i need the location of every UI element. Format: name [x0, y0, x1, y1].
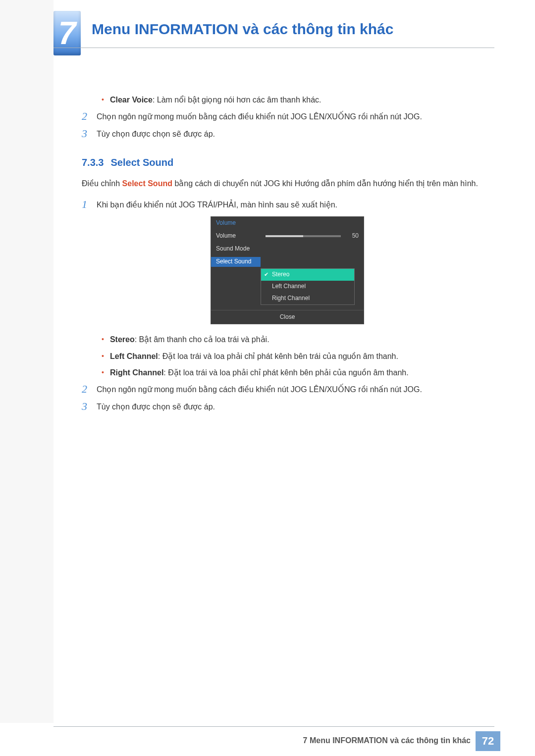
osd-figure: Volume Volume 50 Sound Mode [82, 216, 493, 324]
intro-bold: Select Sound [122, 179, 172, 188]
osd-option-stereo[interactable]: Stereo [261, 269, 354, 281]
bullet-right-channel: • Right Channel: Đặt loa trái và loa phả… [102, 366, 493, 379]
footer-text: 7 Menu INFORMATION và các thông tin khác [303, 736, 471, 745]
intro-post: bằng cách di chuyển nút JOG khi Hướng dẫ… [172, 179, 478, 188]
step-number: 3 [82, 128, 97, 141]
osd-option-right[interactable]: Right Channel [261, 293, 354, 304]
bullet-clear-voice: • Clear Voice: Làm nổi bật giọng nói hơn… [102, 94, 493, 106]
osd-title: Volume [211, 218, 261, 228]
step-number: 2 [82, 110, 97, 123]
section-title: Select Sound [110, 157, 173, 168]
bullet-dot-icon: • [102, 366, 104, 379]
bullet-text: Left Channel: Đặt loa trái và loa phải c… [110, 350, 398, 363]
section-heading: 7.3.3Select Sound [82, 154, 493, 170]
footer: 7 Menu INFORMATION và các thông tin khác… [0, 726, 535, 756]
stereo-label: Stereo [110, 335, 135, 344]
clear-voice-desc: : Làm nổi bật giọng nói hơn các âm thanh… [153, 96, 321, 104]
page-number: 72 [482, 735, 494, 748]
bullet-text: Clear Voice: Làm nổi bật giọng nói hơn c… [110, 94, 321, 106]
osd-option-left[interactable]: Left Channel [261, 281, 354, 293]
osd-soundmode-row[interactable]: Sound Mode [211, 243, 364, 255]
osd-volume-row[interactable]: Volume 50 [211, 230, 364, 243]
footer-divider [54, 726, 494, 727]
osd-close-label: Close [280, 312, 295, 322]
chapter-title: Menu INFORMATION và các thông tin khác [92, 21, 394, 38]
step-number: 3 [82, 401, 97, 413]
step-text: Chọn ngôn ngữ mong muốn bằng cách điều k… [97, 110, 493, 123]
bullet-text: Right Channel: Đặt loa trái và loa phải … [110, 366, 409, 379]
osd-volume-value: 50 [346, 231, 359, 241]
osd-selectsound-row[interactable]: Select Sound [211, 255, 364, 268]
step-2-top: 2 Chọn ngôn ngữ mong muốn bằng cách điều… [82, 110, 493, 123]
stereo-desc: : Bật âm thanh cho cả loa trái và phải. [135, 335, 269, 344]
step-number: 2 [82, 383, 97, 396]
osd-panel: Volume Volume 50 Sound Mode [211, 216, 364, 324]
section-intro: Điều chỉnh Select Sound bằng cách di chu… [82, 177, 493, 190]
step-1: 1 Khi bạn điều khiển nút JOG TRÁI/PHẢI, … [82, 199, 493, 211]
chapter-number-badge: 7 [54, 11, 81, 55]
sidebar-strip [0, 0, 54, 723]
left-desc: : Đặt loa trái và loa phải chỉ phát kênh… [158, 352, 398, 360]
bullet-dot-icon: • [102, 333, 104, 346]
osd-volume-slider[interactable] [266, 235, 341, 237]
step-3-bottom: 3 Tùy chọn được chọn sẽ được áp. [82, 401, 493, 413]
osd-volume-label: Volume [211, 231, 261, 241]
footer-page-number: 72 [476, 731, 500, 751]
step-number: 1 [82, 199, 97, 211]
bullet-text: Stereo: Bật âm thanh cho cả loa trái và … [110, 333, 269, 346]
osd-title-row: Volume [211, 217, 364, 230]
osd-volume-fill [266, 235, 303, 237]
bullet-dot-icon: • [102, 94, 104, 106]
step-text: Chọn ngôn ngữ mong muốn bằng cách điều k… [97, 383, 493, 396]
intro-pre: Điều chỉnh [82, 179, 122, 188]
osd-dropdown: Stereo Left Channel Right Channel [261, 268, 355, 305]
title-divider [54, 48, 494, 48]
osd-spacer [211, 305, 364, 310]
step-3-top: 3 Tùy chọn được chọn sẽ được áp. [82, 128, 493, 141]
bullet-left-channel: • Left Channel: Đặt loa trái và loa phải… [102, 350, 493, 363]
osd-volume-right: 50 [261, 231, 364, 241]
osd-soundmode-label: Sound Mode [211, 244, 261, 253]
section-number: 7.3.3 [82, 157, 104, 168]
bullet-stereo: • Stereo: Bật âm thanh cho cả loa trái v… [102, 333, 493, 346]
left-label: Left Channel [110, 352, 158, 360]
content-area: • Clear Voice: Làm nổi bật giọng nói hơn… [82, 92, 493, 418]
page: 7 Menu INFORMATION và các thông tin khác… [0, 0, 535, 756]
step-text: Khi bạn điều khiển nút JOG TRÁI/PHẢI, mà… [97, 199, 493, 211]
osd-selectsound-label: Select Sound [211, 257, 261, 266]
clear-voice-label: Clear Voice [110, 96, 153, 104]
right-desc: : Đặt loa trái và loa phải chỉ phát kênh… [163, 368, 408, 377]
osd-close-button[interactable]: Close [211, 310, 364, 324]
right-label: Right Channel [110, 368, 163, 377]
step-text: Tùy chọn được chọn sẽ được áp. [97, 401, 493, 413]
step-text: Tùy chọn được chọn sẽ được áp. [97, 128, 493, 141]
chapter-number: 7 [58, 15, 76, 51]
bullet-dot-icon: • [102, 350, 104, 363]
step-2-bottom: 2 Chọn ngôn ngữ mong muốn bằng cách điều… [82, 383, 493, 396]
